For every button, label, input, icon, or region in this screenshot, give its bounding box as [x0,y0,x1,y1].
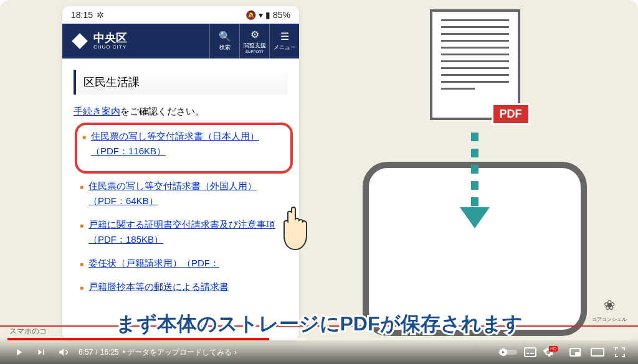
status-mute-icon: 🔕 [245,10,256,20]
svg-rect-7 [591,348,604,356]
list-item: 委任状（戸籍請求用）（PDF： [80,256,288,271]
status-battery-pct: 85% [273,10,290,20]
theater-button[interactable] [587,341,608,363]
highlight-box: 住民票の写し等交付請求書（日本人用）（PDF：116KB） [75,123,293,174]
video-frame: 18:15 ✲ 🔕 ▾ ▮ 85% 中央区 CHUO CI [0,0,638,364]
chapter-title[interactable]: • データをアップロードしてみる › [123,347,237,358]
video-progress-bar[interactable] [7,338,631,340]
doc-link[interactable]: 住民票の写し等交付請求書（外国人用）（PDF：64KB） [88,180,257,206]
list-item: 住民票の写し等交付請求書（外国人用）（PDF：64KB） [80,179,288,208]
status-fan-icon: ✲ [97,10,104,20]
search-label: 検索 [219,44,231,52]
list-item: 戸籍に関する証明書交付請求書及び注意事項（PDF：185KB） [80,217,288,247]
time-separator: / [95,348,97,357]
doc-link[interactable]: 戸籍に関する証明書交付請求書及び注意事項（PDF：185KB） [88,219,275,245]
hd-badge: HD [549,346,558,352]
search-icon: 🔍 [219,30,231,42]
volume-button[interactable] [52,341,75,363]
document-list: 住民票の写し等交付請求書（日本人用）（PDF：116KB） 住民票の写し等交付請… [74,123,288,294]
city-logo-icon [71,32,88,50]
city-name-jp: 中央区 [93,32,127,44]
play-button[interactable] [7,341,30,363]
svg-rect-3 [526,353,529,354]
video-time: 6:57 / 16:25 [79,348,119,357]
doc-link[interactable]: 住民票の写し等交付請求書（日本人用）（PDF：116KB） [91,131,259,156]
current-time: 6:57 [79,348,93,357]
instruction-text: 手続き案内をご確認ください。 [74,106,288,118]
captions-button[interactable] [520,341,541,363]
phone-page-body: 区民生活課 手続き案内をご確認ください。 住民票の写し等交付請求書（日本人用）（… [62,58,299,314]
support-label: 閲覧支援 [244,42,266,50]
support-sublabel: SUPPORT [245,50,264,54]
site-logo[interactable]: 中央区 CHUO CITY [62,24,209,58]
list-item: 住民票の写し等交付請求書（日本人用）（PDF：116KB） [82,129,285,159]
chevron-right-icon: › [234,348,237,357]
phone-mock: 18:15 ✲ 🔕 ▾ ▮ 85% 中央区 CHUO CI [62,6,299,339]
video-subtitle: まず本体のストレージにPDFが保存されます [0,310,638,338]
list-item: 戸籍謄抄本等の郵送による請求書 [80,279,288,294]
miniplayer-button[interactable] [564,341,586,363]
instruction-link[interactable]: 手続き案内 [74,106,120,116]
pdf-diagram: PDF [336,6,613,339]
content-area: 18:15 ✲ 🔕 ▾ ▮ 85% 中央区 CHUO CI [0,0,638,339]
arrow-down-icon [460,133,490,228]
menu-button[interactable]: ☰ メニュー [269,24,299,58]
pointer-finger-icon [279,204,317,254]
svg-rect-2 [525,348,536,357]
menu-label: メニュー [274,44,296,52]
svg-rect-6 [575,352,579,355]
svg-rect-4 [530,353,534,354]
section-title: 区民生活課 [74,70,288,95]
doc-link[interactable]: 委任状（戸籍請求用）（PDF： [88,258,219,268]
phone-status-bar: 18:15 ✲ 🔕 ▾ ▮ 85% [62,6,299,24]
video-controls: 6:57 / 16:25 • データをアップロードしてみる › HD [0,338,638,364]
search-button[interactable]: 🔍 検索 [209,24,239,58]
fullscreen-button[interactable] [609,341,631,363]
hamburger-icon: ☰ [280,30,289,42]
status-wifi-icon: ▾ [259,10,263,20]
status-time: 18:15 [71,10,93,20]
settings-button[interactable]: HD [542,341,563,363]
phone-site-header: 中央区 CHUO CITY 🔍 検索 ⚙ 閲覧支援 SUPPORT ☰ メニュー [62,24,299,58]
doc-link[interactable]: 戸籍謄抄本等の郵送による請求書 [88,281,229,292]
instruction-suffix: をご確認ください。 [120,106,204,116]
gear-icon: ⚙ [250,29,259,40]
next-button[interactable] [30,341,52,363]
pdf-badge: PDF [492,103,530,125]
pdf-document-icon: PDF [430,9,520,120]
status-battery-icon: ▮ [265,10,270,20]
city-name-en: CHUO CITY [93,45,127,50]
total-time: 16:25 [100,348,119,357]
support-button[interactable]: ⚙ 閲覧支援 SUPPORT [239,24,269,58]
autoplay-toggle[interactable] [497,341,518,363]
